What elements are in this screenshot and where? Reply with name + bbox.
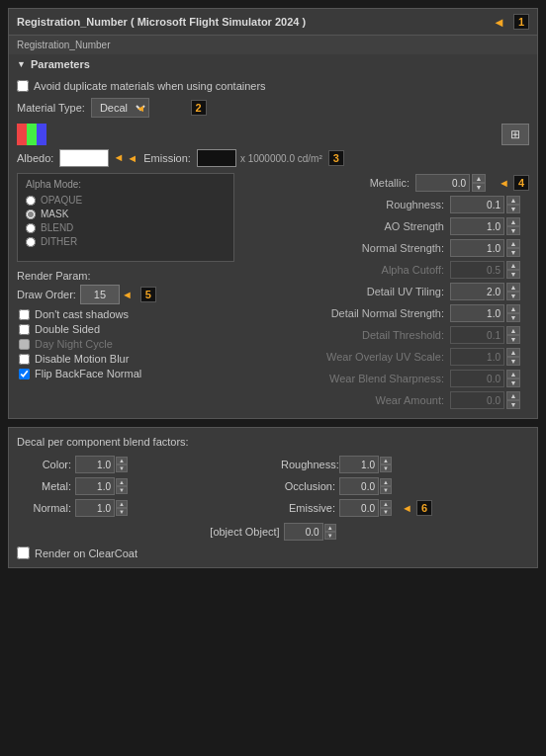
blend-color-row: Color: ▲ ▼ xyxy=(17,456,265,473)
wear-overlay-input[interactable] xyxy=(450,348,504,366)
detail-normal-row: Detail Normal Strength: ▲ ▼ xyxy=(242,303,529,323)
wear-blend-input[interactable] xyxy=(450,370,504,387)
metallic-down-btn[interactable]: ▼ xyxy=(472,183,486,192)
blend-normal-row: Normal: ▲ ▼ xyxy=(17,499,265,517)
double-sided-checkbox[interactable] xyxy=(19,324,30,335)
bottom-panel: Decal per component blend factors: Color… xyxy=(8,427,538,568)
alpha-cutoff-down-btn[interactable]: ▼ xyxy=(506,270,520,279)
normal-down-btn[interactable]: ▼ xyxy=(506,248,520,257)
blend-emissive-up-btn[interactable]: ▲ xyxy=(380,500,392,508)
blend-roughness-up-btn[interactable]: ▲ xyxy=(380,457,392,464)
detail-threshold-up-btn[interactable]: ▲ xyxy=(506,326,520,335)
calculator-icon[interactable]: ⊞ xyxy=(501,124,529,145)
blend-factors-grid: Color: ▲ ▼ Roughness: ▲ ▼ Metal: xyxy=(17,456,529,517)
detail-uv-up-btn[interactable]: ▲ xyxy=(506,283,520,292)
main-container: Registration_Number ( Microsoft Flight S… xyxy=(0,8,546,568)
blend-occlusion-up-btn[interactable]: ▲ xyxy=(380,478,392,486)
blend-color-label: Color: xyxy=(17,459,71,470)
normal-tangent-label: [object Object] xyxy=(210,526,279,538)
detail-uv-input[interactable] xyxy=(450,283,504,300)
albedo-label: Albedo: xyxy=(17,152,53,164)
blend-label: BLEND xyxy=(41,222,73,233)
normal-tangent-up-btn[interactable]: ▲ xyxy=(324,524,336,532)
disable-motion-blur-checkbox[interactable] xyxy=(19,354,30,365)
ao-down-btn[interactable]: ▼ xyxy=(506,226,520,235)
metallic-input[interactable] xyxy=(415,174,470,192)
blend-metal-label: Metal: xyxy=(17,480,71,492)
detail-threshold-down-btn[interactable]: ▼ xyxy=(506,335,520,344)
dont-cast-shadows-checkbox[interactable] xyxy=(19,309,30,320)
roughness-up-btn[interactable]: ▲ xyxy=(506,196,520,205)
roughness-down-btn[interactable]: ▼ xyxy=(506,205,520,213)
wear-amount-down-btn[interactable]: ▼ xyxy=(506,400,520,409)
parameters-section-header[interactable]: ▼ Parameters xyxy=(9,54,537,74)
normal-tangent-input[interactable] xyxy=(284,523,323,541)
detail-uv-down-btn[interactable]: ▼ xyxy=(506,292,520,300)
avoid-duplicate-checkbox[interactable] xyxy=(17,80,29,92)
blend-normal-spin: ▲ ▼ xyxy=(116,500,128,516)
blend-occlusion-input[interactable] xyxy=(339,477,379,495)
detail-threshold-spin: ▲ ▼ xyxy=(506,326,520,344)
normal-strength-input[interactable] xyxy=(450,239,504,257)
blend-metal-up-btn[interactable]: ▲ xyxy=(116,478,128,486)
blend-emissive-down-btn[interactable]: ▼ xyxy=(380,508,392,516)
dither-radio[interactable] xyxy=(26,237,36,247)
alpha-cutoff-row: Alpha Cutoff: ▲ ▼ xyxy=(242,260,529,280)
blend-roughness-down-btn[interactable]: ▼ xyxy=(380,464,392,472)
metallic-arrow-icon: ◄ xyxy=(499,177,509,189)
blend-occlusion-down-btn[interactable]: ▼ xyxy=(380,486,392,494)
blend-color-down-btn[interactable]: ▼ xyxy=(116,464,128,472)
blend-factors-title: Decal per component blend factors: xyxy=(17,436,529,448)
wear-amount-input[interactable] xyxy=(450,391,504,409)
blend-normal-up-btn[interactable]: ▲ xyxy=(116,500,128,508)
render-clearcoat-row: Render on ClearCoat xyxy=(17,546,529,559)
albedo-color-swatch[interactable] xyxy=(59,149,109,167)
wear-blend-up-btn[interactable]: ▲ xyxy=(506,370,520,378)
blend-metal-input[interactable] xyxy=(75,477,115,495)
checkbox-list: Don't cast shadows Double Sided Day Nigh… xyxy=(19,308,234,379)
wear-blend-down-btn[interactable]: ▼ xyxy=(506,378,520,387)
metallic-up-btn[interactable]: ▲ xyxy=(472,174,486,183)
detail-uv-label: Detail UV Tiling: xyxy=(242,286,450,297)
alpha-cutoff-input[interactable] xyxy=(450,261,504,279)
blend-color-up-btn[interactable]: ▲ xyxy=(116,457,128,464)
blend-color-input[interactable] xyxy=(75,456,115,473)
blend-normal-down-btn[interactable]: ▼ xyxy=(116,508,128,516)
ao-strength-input[interactable] xyxy=(450,217,504,235)
render-clearcoat-checkbox[interactable] xyxy=(17,546,30,559)
detail-normal-input[interactable] xyxy=(450,304,504,322)
albedo-swatch-container xyxy=(59,149,109,167)
wear-overlay-up-btn[interactable]: ▲ xyxy=(506,348,520,357)
normal-strength-label: Normal Strength: xyxy=(242,242,450,254)
wear-overlay-down-btn[interactable]: ▼ xyxy=(506,357,520,366)
blend-normal-input[interactable] xyxy=(75,499,115,517)
emission-label: Emission: xyxy=(143,152,191,164)
detail-normal-down-btn[interactable]: ▼ xyxy=(506,313,520,322)
breadcrumb-text: Registration_Number xyxy=(17,40,111,50)
normal-up-btn[interactable]: ▲ xyxy=(506,239,520,248)
blend-emissive-label: Emissive: xyxy=(281,502,335,514)
material-type-select[interactable]: Decal xyxy=(91,98,149,118)
mask-radio[interactable] xyxy=(26,210,36,219)
opaque-radio-row: OPAQUE xyxy=(26,195,226,206)
ao-up-btn[interactable]: ▲ xyxy=(506,217,520,226)
blend-emissive-spin: ▲ ▼ xyxy=(380,500,392,516)
detail-normal-up-btn[interactable]: ▲ xyxy=(506,304,520,313)
normal-strength-value-container: ▲ ▼ xyxy=(450,239,529,257)
blend-emissive-input[interactable] xyxy=(339,499,379,517)
emission-swatch[interactable] xyxy=(197,149,236,167)
blend-metal-down-btn[interactable]: ▼ xyxy=(116,486,128,494)
blend-radio[interactable] xyxy=(26,223,36,233)
opaque-radio[interactable] xyxy=(26,196,36,206)
alpha-cutoff-up-btn[interactable]: ▲ xyxy=(506,261,520,270)
roughness-input[interactable] xyxy=(450,196,504,213)
annotation-badge-3: 3 xyxy=(328,150,344,166)
wear-amount-up-btn[interactable]: ▲ xyxy=(506,391,520,400)
draw-order-input[interactable]: 15 xyxy=(80,285,120,304)
blend-roughness-input[interactable] xyxy=(339,456,379,473)
detail-threshold-input[interactable] xyxy=(450,326,504,344)
normal-tangent-down-btn[interactable]: ▼ xyxy=(324,532,336,540)
flip-backface-normal-checkbox[interactable] xyxy=(19,369,30,379)
annotation-badge-4: 4 xyxy=(513,175,529,191)
detail-normal-value-container: ▲ ▼ xyxy=(450,304,529,322)
